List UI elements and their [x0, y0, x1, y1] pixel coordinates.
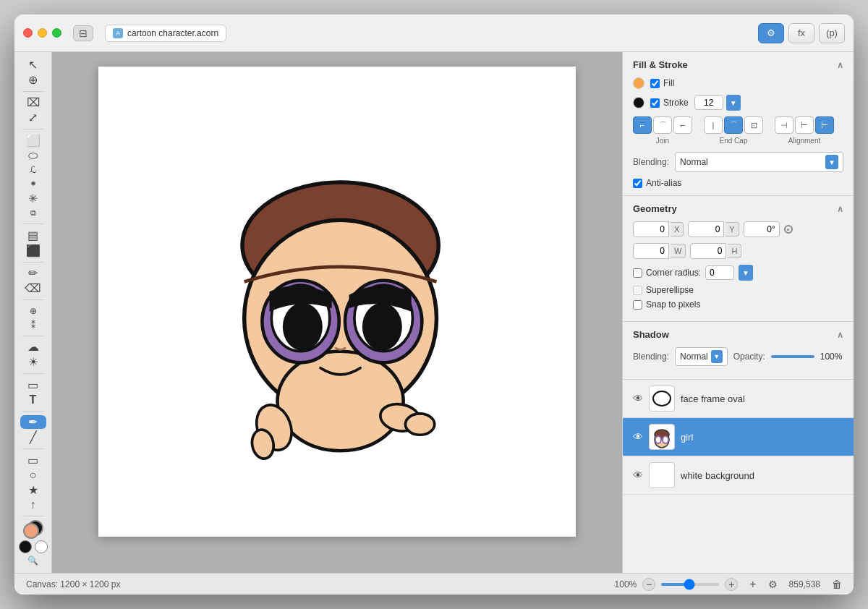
- circle-outline-tool[interactable]: ○: [20, 469, 46, 482]
- transform-tool[interactable]: ⤢: [20, 111, 46, 124]
- rect-select-tool[interactable]: ⬜: [20, 134, 46, 148]
- join-miter-button[interactable]: ⌐: [633, 116, 652, 134]
- clone-tool[interactable]: ⊕: [20, 304, 46, 317]
- shadow-header: Shadow ∧: [633, 329, 843, 340]
- y-input-group: Y: [688, 221, 739, 237]
- paint-bucket-tool[interactable]: ▤: [20, 229, 46, 242]
- shadow-blending-select[interactable]: Normal ▼: [675, 347, 728, 366]
- fill-stroke-chevron[interactable]: ∧: [837, 60, 843, 70]
- titlebar-tools: ⚙ fx (p): [758, 23, 845, 43]
- brush-tool[interactable]: ✏: [20, 266, 46, 280]
- rotation-input[interactable]: [744, 221, 780, 237]
- crop-tool[interactable]: ⌧: [20, 95, 46, 109]
- shadow-chevron[interactable]: ∧: [837, 330, 843, 340]
- delete-layer-button[interactable]: 🗑: [832, 579, 842, 590]
- swap-colors-icon[interactable]: [35, 540, 48, 553]
- script-tool-button[interactable]: (p): [819, 23, 845, 43]
- add-layer-button[interactable]: +: [749, 578, 756, 591]
- eyedropper-tool[interactable]: 🔍: [20, 555, 46, 567]
- join-round-button[interactable]: ⌒: [653, 116, 672, 134]
- foreground-color-swatch[interactable]: [23, 523, 39, 539]
- endcap-label: End Cap: [720, 137, 748, 145]
- endcap-buttons: | ⌒ ⊡: [704, 116, 763, 134]
- fullscreen-button[interactable]: [52, 28, 61, 38]
- magic-wand-tool[interactable]: ✳: [20, 192, 46, 205]
- file-tab[interactable]: A cartoon character.acorn: [105, 25, 226, 42]
- corner-radius-input[interactable]: [705, 265, 734, 280]
- shape-cloud-tool[interactable]: ☁: [20, 340, 46, 354]
- zoom-in-button[interactable]: +: [725, 578, 738, 591]
- properties-tool-button[interactable]: ⚙: [758, 23, 784, 43]
- reset-colors-icon[interactable]: [19, 540, 32, 553]
- shadow-title: Shadow: [633, 329, 669, 340]
- w-input[interactable]: [633, 243, 669, 259]
- fill-color-swatch[interactable]: [633, 77, 644, 89]
- star-outline-tool[interactable]: ★: [20, 483, 46, 497]
- lasso-tool[interactable]: ℒ: [20, 163, 46, 176]
- fx-tool-button[interactable]: fx: [788, 23, 814, 43]
- rect-outline-tool[interactable]: ▭: [20, 453, 46, 467]
- zoom-tool[interactable]: ⊕: [20, 73, 46, 87]
- stroke-checkbox[interactable]: [650, 98, 660, 108]
- smudge-tool[interactable]: ⁑: [20, 318, 46, 331]
- arrow-outline-tool[interactable]: ↑: [20, 498, 46, 511]
- gradient-tool[interactable]: ⬛: [20, 244, 46, 257]
- layer-eye-girl[interactable]: 👁: [633, 431, 643, 443]
- stroke-dropdown-button[interactable]: ▼: [726, 95, 741, 111]
- layer-eye-white-bg[interactable]: 👁: [633, 469, 643, 481]
- pen-tool[interactable]: ✒: [20, 415, 46, 429]
- align-outside-button[interactable]: ⊢: [815, 116, 834, 134]
- svg-point-20: [656, 437, 660, 443]
- corner-radius-row: Corner radius: ▼: [633, 265, 843, 281]
- join-bevel-button[interactable]: ⌐: [673, 116, 692, 134]
- blending-select[interactable]: Normal ▼: [675, 152, 843, 172]
- fill-checkbox[interactable]: [650, 79, 660, 88]
- y-label: Y: [726, 222, 739, 237]
- zoom-out-button[interactable]: −: [642, 578, 655, 591]
- app-window: ⊟ A cartoon character.acorn ⚙ fx (p) ↖ ⊕…: [14, 14, 854, 595]
- blending-dropdown-arrow[interactable]: ▼: [825, 155, 838, 169]
- fill-stroke-header: Fill & Stroke ∧: [633, 59, 843, 70]
- eraser-tool[interactable]: ⌫: [20, 281, 46, 295]
- line-tool[interactable]: ╱: [20, 430, 46, 444]
- ellipse-select-tool[interactable]: ⬭: [20, 149, 46, 162]
- y-input[interactable]: [688, 221, 724, 237]
- h-input[interactable]: [690, 243, 726, 259]
- layer-item-girl[interactable]: 👁 girl: [623, 418, 854, 456]
- magic-lasso-tool[interactable]: ⁕: [20, 177, 46, 189]
- x-input-group: X: [633, 221, 684, 237]
- stroke-color-swatch[interactable]: [633, 97, 644, 108]
- color-select-tool[interactable]: ⧉: [20, 207, 46, 219]
- superellipse-checkbox[interactable]: [633, 286, 642, 295]
- antialias-checkbox[interactable]: [633, 179, 642, 188]
- x-input[interactable]: [633, 221, 669, 237]
- rotation-dot[interactable]: [784, 225, 793, 234]
- minimize-button[interactable]: [38, 28, 47, 38]
- align-inside-button[interactable]: ⊣: [775, 116, 793, 134]
- layer-eye-face-frame[interactable]: 👁: [633, 393, 643, 404]
- shape-star-tool[interactable]: ☀: [20, 355, 46, 369]
- snap-checkbox[interactable]: [633, 300, 642, 310]
- stroke-value-input[interactable]: [694, 95, 723, 110]
- rect-shape-tool[interactable]: ▭: [20, 378, 46, 392]
- arrow-tool[interactable]: ↖: [20, 58, 46, 72]
- close-button[interactable]: [23, 28, 33, 38]
- zoom-slider[interactable]: [661, 583, 719, 586]
- endcap-square-button[interactable]: ⊡: [744, 116, 763, 134]
- endcap-round-button[interactable]: ⌒: [724, 116, 743, 134]
- settings-gear-icon[interactable]: ⚙: [768, 579, 778, 590]
- corner-radius-checkbox[interactable]: [633, 268, 642, 278]
- w-input-group: W: [633, 243, 686, 259]
- geometry-chevron[interactable]: ∧: [837, 204, 843, 214]
- corner-radius-dropdown[interactable]: ▼: [739, 265, 753, 281]
- layer-item-face-frame[interactable]: 👁 face frame oval: [623, 380, 854, 418]
- join-label: Join: [656, 137, 669, 145]
- shadow-blending-arrow[interactable]: ▼: [711, 350, 723, 363]
- sidebar-toggle-button[interactable]: ⊟: [73, 25, 93, 41]
- layer-item-white-bg[interactable]: 👁 white background: [623, 456, 854, 495]
- shadow-opacity-slider[interactable]: [771, 355, 814, 358]
- canvas-area[interactable]: [52, 52, 622, 573]
- text-tool[interactable]: T: [20, 393, 46, 406]
- endcap-butt-button[interactable]: |: [704, 116, 723, 134]
- align-center-button[interactable]: ⊢: [795, 116, 814, 134]
